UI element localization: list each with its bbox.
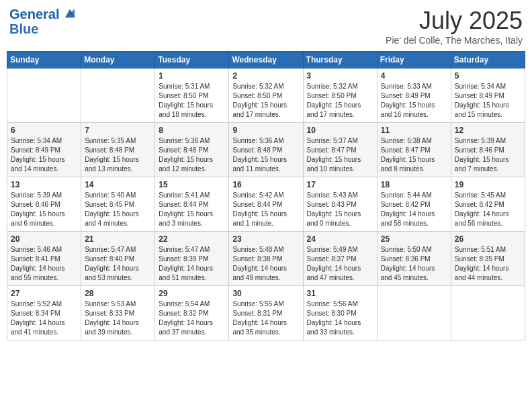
day-number: 10 (307, 126, 373, 135)
day-number: 24 (307, 234, 373, 244)
day-info: Sunrise: 5:46 AM Sunset: 8:41 PM Dayligh… (11, 245, 77, 283)
day-number: 25 (381, 234, 447, 244)
day-number: 30 (232, 289, 299, 298)
weekday-header-monday: Monday (81, 52, 155, 68)
day-number: 23 (232, 234, 299, 244)
day-number: 19 (455, 180, 521, 189)
day-info: Sunrise: 5:34 AM Sunset: 8:49 PM Dayligh… (11, 136, 77, 174)
calendar-cell (377, 286, 451, 340)
day-info: Sunrise: 5:39 AM Sunset: 8:46 PM Dayligh… (455, 136, 521, 174)
day-number: 31 (307, 289, 373, 298)
day-number: 27 (11, 289, 77, 298)
day-info: Sunrise: 5:42 AM Sunset: 8:44 PM Dayligh… (232, 191, 299, 228)
calendar-cell: 19Sunrise: 5:45 AM Sunset: 8:42 PM Dayli… (451, 177, 525, 232)
day-info: Sunrise: 5:36 AM Sunset: 8:48 PM Dayligh… (232, 136, 299, 174)
day-number: 8 (159, 126, 225, 135)
day-number: 2 (232, 71, 299, 81)
day-number: 22 (159, 234, 225, 244)
day-number: 4 (381, 71, 447, 81)
day-number: 6 (11, 126, 77, 135)
month-title: July 2025 (386, 7, 523, 35)
calendar-cell: 10Sunrise: 5:37 AM Sunset: 8:47 PM Dayli… (303, 123, 377, 177)
day-info: Sunrise: 5:31 AM Sunset: 8:50 PM Dayligh… (159, 82, 225, 120)
calendar-cell: 27Sunrise: 5:52 AM Sunset: 8:34 PM Dayli… (7, 286, 81, 340)
day-number: 21 (85, 234, 151, 244)
calendar-cell: 1Sunrise: 5:31 AM Sunset: 8:50 PM Daylig… (155, 68, 229, 123)
calendar-cell: 29Sunrise: 5:54 AM Sunset: 8:32 PM Dayli… (155, 286, 229, 340)
calendar-cell: 14Sunrise: 5:40 AM Sunset: 8:45 PM Dayli… (81, 177, 155, 232)
day-number: 28 (85, 289, 151, 298)
calendar-cell: 18Sunrise: 5:44 AM Sunset: 8:42 PM Dayli… (377, 177, 451, 232)
day-number: 1 (159, 71, 225, 81)
calendar-cell: 12Sunrise: 5:39 AM Sunset: 8:46 PM Dayli… (451, 123, 525, 177)
calendar-cell: 8Sunrise: 5:36 AM Sunset: 8:48 PM Daylig… (155, 123, 229, 177)
calendar-week-1: 1Sunrise: 5:31 AM Sunset: 8:50 PM Daylig… (7, 68, 525, 123)
calendar-cell: 15Sunrise: 5:41 AM Sunset: 8:44 PM Dayli… (155, 177, 229, 232)
logo-text: General (9, 7, 76, 21)
day-info: Sunrise: 5:49 AM Sunset: 8:37 PM Dayligh… (307, 245, 373, 283)
weekday-header-row: SundayMondayTuesdayWednesdayThursdayFrid… (7, 52, 525, 68)
day-number: 20 (11, 234, 77, 244)
day-number: 9 (232, 126, 299, 135)
day-info: Sunrise: 5:52 AM Sunset: 8:34 PM Dayligh… (11, 300, 77, 337)
location-title: Pie' del Colle, The Marches, Italy (386, 35, 523, 46)
logo-blue: Blue (9, 21, 76, 36)
weekday-header-thursday: Thursday (303, 52, 377, 68)
calendar-cell: 2Sunrise: 5:32 AM Sunset: 8:50 PM Daylig… (229, 68, 303, 123)
calendar-cell: 5Sunrise: 5:34 AM Sunset: 8:49 PM Daylig… (451, 68, 525, 123)
calendar-cell: 4Sunrise: 5:33 AM Sunset: 8:49 PM Daylig… (377, 68, 451, 123)
day-number: 12 (455, 126, 521, 135)
day-number: 3 (307, 71, 373, 81)
day-info: Sunrise: 5:47 AM Sunset: 8:40 PM Dayligh… (85, 245, 151, 283)
day-number: 26 (455, 234, 521, 244)
day-number: 17 (307, 180, 373, 189)
calendar-cell: 21Sunrise: 5:47 AM Sunset: 8:40 PM Dayli… (81, 232, 155, 286)
day-number: 16 (232, 180, 299, 189)
calendar-cell: 11Sunrise: 5:38 AM Sunset: 8:47 PM Dayli… (377, 123, 451, 177)
calendar-cell: 22Sunrise: 5:47 AM Sunset: 8:39 PM Dayli… (155, 232, 229, 286)
calendar-cell: 24Sunrise: 5:49 AM Sunset: 8:37 PM Dayli… (303, 232, 377, 286)
day-number: 11 (381, 126, 447, 135)
day-info: Sunrise: 5:55 AM Sunset: 8:31 PM Dayligh… (232, 300, 299, 337)
logo-general: General (9, 7, 59, 21)
day-info: Sunrise: 5:44 AM Sunset: 8:42 PM Dayligh… (381, 191, 447, 228)
day-number: 29 (159, 289, 225, 298)
day-info: Sunrise: 5:40 AM Sunset: 8:45 PM Dayligh… (85, 191, 151, 228)
calendar-cell: 9Sunrise: 5:36 AM Sunset: 8:48 PM Daylig… (229, 123, 303, 177)
day-info: Sunrise: 5:41 AM Sunset: 8:44 PM Dayligh… (159, 191, 225, 228)
day-info: Sunrise: 5:32 AM Sunset: 8:50 PM Dayligh… (232, 82, 299, 120)
logo-icon (64, 7, 76, 19)
day-info: Sunrise: 5:54 AM Sunset: 8:32 PM Dayligh… (159, 300, 225, 337)
calendar-cell (451, 286, 525, 340)
calendar-cell: 20Sunrise: 5:46 AM Sunset: 8:41 PM Dayli… (7, 232, 81, 286)
day-info: Sunrise: 5:33 AM Sunset: 8:49 PM Dayligh… (381, 82, 447, 120)
day-info: Sunrise: 5:47 AM Sunset: 8:39 PM Dayligh… (159, 245, 225, 283)
day-info: Sunrise: 5:48 AM Sunset: 8:38 PM Dayligh… (232, 245, 299, 283)
day-number: 14 (85, 180, 151, 189)
day-number: 13 (11, 180, 77, 189)
calendar-cell: 30Sunrise: 5:55 AM Sunset: 8:31 PM Dayli… (229, 286, 303, 340)
calendar-cell: 16Sunrise: 5:42 AM Sunset: 8:44 PM Dayli… (229, 177, 303, 232)
calendar-cell: 23Sunrise: 5:48 AM Sunset: 8:38 PM Dayli… (229, 232, 303, 286)
day-info: Sunrise: 5:43 AM Sunset: 8:43 PM Dayligh… (307, 191, 373, 228)
calendar-table: SundayMondayTuesdayWednesdayThursdayFrid… (7, 51, 525, 340)
day-info: Sunrise: 5:50 AM Sunset: 8:36 PM Dayligh… (381, 245, 447, 283)
day-number: 7 (85, 126, 151, 135)
calendar-cell: 7Sunrise: 5:35 AM Sunset: 8:48 PM Daylig… (81, 123, 155, 177)
logo: General Blue (9, 7, 76, 36)
weekday-header-wednesday: Wednesday (229, 52, 303, 68)
calendar-week-2: 6Sunrise: 5:34 AM Sunset: 8:49 PM Daylig… (7, 123, 525, 177)
title-block: July 2025 Pie' del Colle, The Marches, I… (386, 7, 523, 46)
day-info: Sunrise: 5:35 AM Sunset: 8:48 PM Dayligh… (85, 136, 151, 174)
weekday-header-sunday: Sunday (7, 52, 81, 68)
weekday-header-friday: Friday (377, 52, 451, 68)
calendar-week-5: 27Sunrise: 5:52 AM Sunset: 8:34 PM Dayli… (7, 286, 525, 340)
calendar-cell: 25Sunrise: 5:50 AM Sunset: 8:36 PM Dayli… (377, 232, 451, 286)
calendar-cell: 31Sunrise: 5:56 AM Sunset: 8:30 PM Dayli… (303, 286, 377, 340)
calendar-cell: 17Sunrise: 5:43 AM Sunset: 8:43 PM Dayli… (303, 177, 377, 232)
calendar-cell: 13Sunrise: 5:39 AM Sunset: 8:46 PM Dayli… (7, 177, 81, 232)
day-info: Sunrise: 5:32 AM Sunset: 8:50 PM Dayligh… (307, 82, 373, 120)
day-info: Sunrise: 5:51 AM Sunset: 8:35 PM Dayligh… (455, 245, 521, 283)
weekday-header-saturday: Saturday (451, 52, 525, 68)
day-info: Sunrise: 5:38 AM Sunset: 8:47 PM Dayligh… (381, 136, 447, 174)
